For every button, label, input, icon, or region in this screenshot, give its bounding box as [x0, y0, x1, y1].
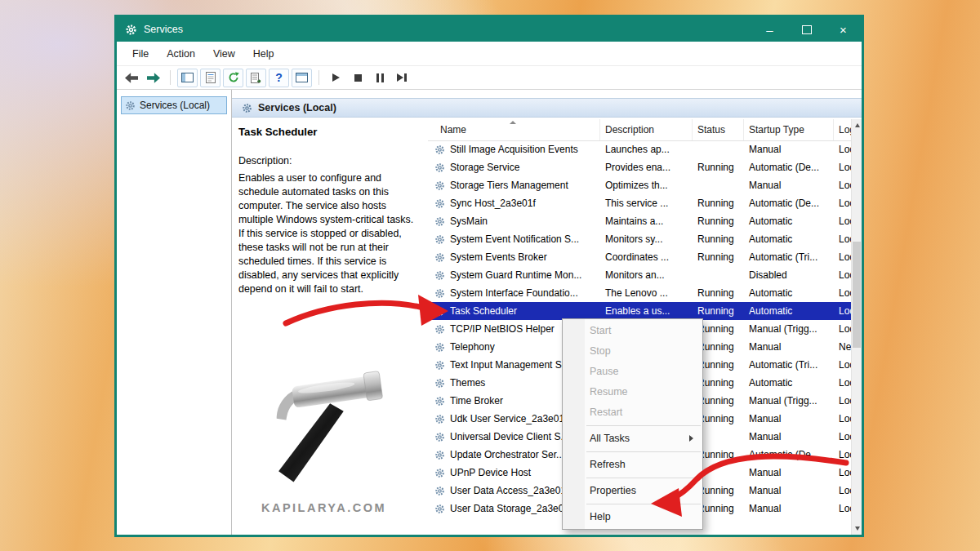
- service-name: System Events Broker: [450, 248, 547, 266]
- service-startup-type: Automatic: [744, 284, 834, 302]
- column-header-status[interactable]: Status: [693, 119, 744, 140]
- service-startup-type: Manual: [744, 428, 834, 446]
- menu-help[interactable]: Help: [244, 45, 283, 63]
- play-icon: [332, 73, 340, 82]
- restart-icon: [397, 73, 407, 82]
- service-logon: Loc: [834, 194, 851, 212]
- context-menu-item-resume: Resume: [563, 382, 702, 402]
- context-menu-item-label: Restart: [590, 407, 622, 418]
- service-logon: Loc: [834, 500, 851, 518]
- service-name: System Event Notification S...: [450, 230, 579, 248]
- context-menu-item-label: Properties: [590, 485, 636, 496]
- start-service-button[interactable]: [326, 69, 345, 87]
- sidebar-item-services-local[interactable]: Services (Local): [121, 96, 227, 114]
- menu-separator: [586, 478, 701, 478]
- table-row[interactable]: System Guard Runtime Mon... Monitors an.…: [428, 266, 851, 284]
- table-row[interactable]: SysMain Maintains a... Running Automatic…: [428, 212, 851, 230]
- show-action-pane-button[interactable]: [292, 69, 312, 87]
- restart-service-button[interactable]: [392, 69, 412, 87]
- toolbar-separator: [170, 70, 171, 85]
- scroll-down-button[interactable]: [852, 522, 862, 535]
- table-row[interactable]: Storage Tiers Management Optimizes th...…: [428, 176, 851, 194]
- service-description: Enables a us...: [600, 302, 693, 320]
- service-logon: Loc: [834, 446, 851, 464]
- menu-file[interactable]: File: [123, 45, 158, 63]
- service-startup-type: Manual: [744, 410, 834, 428]
- service-gear-icon: [434, 432, 445, 442]
- service-name: Still Image Acquisition Events: [450, 140, 578, 158]
- scroll-up-button[interactable]: [852, 119, 862, 131]
- context-menu-item-restart: Restart: [563, 402, 702, 423]
- table-row[interactable]: Storage Service Provides ena... Running …: [428, 158, 851, 176]
- table-row[interactable]: Task Scheduler Enables a us... Running A…: [428, 302, 851, 320]
- pause-icon: [376, 73, 384, 82]
- service-status: Running: [693, 194, 744, 212]
- vertical-scrollbar[interactable]: [851, 119, 862, 535]
- snapin-header: Services (Local): [232, 98, 862, 118]
- minimize-button[interactable]: –: [751, 17, 788, 42]
- menu-action[interactable]: Action: [158, 45, 204, 63]
- service-gear-icon: [434, 306, 445, 317]
- context-menu-item-properties[interactable]: Properties: [563, 481, 702, 501]
- close-button[interactable]: ×: [825, 17, 862, 42]
- context-menu-item-help[interactable]: Help: [563, 507, 702, 527]
- column-header-startup-type[interactable]: Startup Type: [744, 119, 834, 140]
- pause-service-button[interactable]: [370, 69, 390, 87]
- maximize-button[interactable]: [788, 17, 825, 42]
- service-description: Optimizes th...: [600, 176, 693, 194]
- service-name: User Data Access_2a3e01f: [450, 482, 568, 500]
- service-gear-icon: [434, 450, 445, 460]
- forward-icon: [147, 73, 160, 83]
- submenu-arrow-icon: [689, 435, 693, 442]
- service-status: Running: [693, 212, 744, 230]
- scrollbar-thumb[interactable]: [853, 242, 861, 348]
- column-header-description[interactable]: Description: [600, 119, 693, 140]
- service-startup-type: Manual: [744, 140, 834, 158]
- context-menu-item-all-tasks[interactable]: All Tasks: [563, 429, 702, 449]
- services-node-icon: [125, 100, 136, 111]
- service-logon: Loc: [834, 212, 851, 230]
- sort-ascending-icon: [510, 121, 516, 124]
- service-logon: Loc: [834, 284, 851, 302]
- service-startup-type: Manual: [744, 464, 834, 482]
- context-menu-item-pause: Pause: [563, 362, 702, 382]
- service-name: System Guard Runtime Mon...: [450, 266, 581, 284]
- menu-separator: [586, 451, 701, 452]
- properties-toolbar-button[interactable]: [200, 69, 220, 87]
- service-gear-icon: [434, 378, 445, 389]
- service-name: Update Orchestrator Ser...: [450, 446, 564, 464]
- service-name: Text Input Management Se...: [450, 356, 575, 374]
- service-status: Running: [693, 230, 744, 248]
- back-button[interactable]: [122, 69, 141, 87]
- table-row[interactable]: System Events Broker Coordinates ... Run…: [428, 248, 851, 266]
- service-gear-icon: [434, 234, 445, 245]
- service-name: UPnP Device Host: [450, 464, 531, 482]
- refresh-button[interactable]: [223, 69, 243, 87]
- service-gear-icon: [434, 396, 445, 407]
- title-bar[interactable]: Services – ×: [117, 17, 862, 42]
- show-console-tree-button[interactable]: [177, 69, 198, 87]
- context-menu-item-label: Resume: [590, 386, 628, 398]
- service-startup-type: Automatic: [744, 302, 834, 320]
- service-startup-type: Automatic (Tri...: [744, 248, 834, 266]
- table-row[interactable]: System Event Notification S... Monitors …: [428, 230, 851, 248]
- extended-view-pane: Task Scheduler Description: Enables a us…: [232, 119, 428, 535]
- context-menu-item-label: Start: [590, 325, 611, 336]
- table-row[interactable]: Sync Host_2a3e01f This service ... Runni…: [428, 194, 851, 212]
- table-row[interactable]: System Interface Foundatio... The Lenovo…: [428, 284, 851, 302]
- export-list-button[interactable]: [246, 69, 266, 87]
- service-logon: Loc: [834, 302, 851, 320]
- help-button[interactable]: ?: [269, 69, 289, 87]
- forward-button[interactable]: [144, 69, 163, 87]
- menu-view[interactable]: View: [204, 45, 244, 63]
- service-logon: Loc: [834, 428, 851, 446]
- context-menu-item-refresh[interactable]: Refresh: [563, 455, 702, 475]
- service-logon: Loc: [834, 410, 851, 428]
- table-row[interactable]: Still Image Acquisition Events Launches …: [428, 140, 851, 158]
- service-name: Storage Tiers Management: [450, 176, 568, 194]
- selected-service-title: Task Scheduler: [238, 126, 420, 138]
- menu-separator: [586, 425, 701, 426]
- service-name: System Interface Foundatio...: [450, 284, 578, 302]
- service-logon: Loc: [834, 230, 851, 248]
- stop-service-button[interactable]: [348, 69, 368, 87]
